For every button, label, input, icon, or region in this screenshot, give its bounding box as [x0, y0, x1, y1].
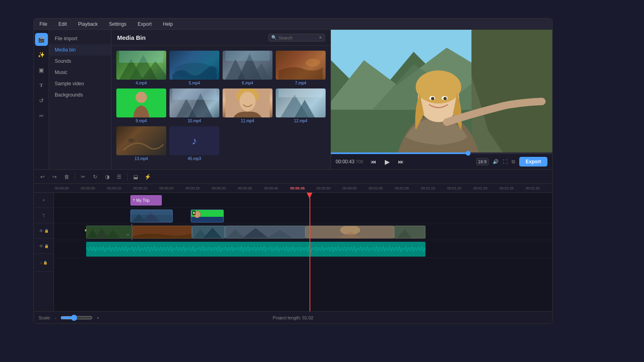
redo-btn[interactable]: ↪: [49, 171, 60, 182]
media-bin-title: Media Bin: [117, 34, 146, 41]
svg-point-27: [128, 138, 134, 142]
icon-sidebar: 🎬 ✨ ▣ T ↺ ✂: [34, 30, 49, 169]
undo-btn[interactable]: ↩: [37, 171, 47, 182]
track-lock-icon[interactable]: 🔒: [44, 229, 49, 233]
media-label-11mp4: 11.mp4: [241, 119, 254, 123]
media-thumb-7mp4[interactable]: 7.mp4: [276, 51, 326, 85]
nav-sample-video[interactable]: Sample video: [49, 78, 111, 89]
cut-btn[interactable]: ✂: [78, 171, 88, 182]
cut-point: ✂: [126, 233, 130, 237]
overlay-clip-1[interactable]: [130, 210, 173, 222]
menu-edit[interactable]: Edit: [56, 21, 69, 28]
delete-btn[interactable]: 🗑: [61, 171, 72, 182]
sidebar-text-btn[interactable]: T: [35, 79, 48, 92]
ruler-mark-6: 00:00:30: [211, 186, 237, 190]
media-thumb-4mp4[interactable]: 4.mp4: [116, 51, 166, 85]
timeline-ruler: 00:00:00 00:00:05 00:00:10 00:00:15 00:0…: [34, 184, 552, 193]
nav-music[interactable]: Music: [49, 67, 111, 78]
main-clip-mountains[interactable]: [225, 226, 305, 239]
nav-sounds[interactable]: Sounds: [49, 56, 111, 67]
rotate-btn[interactable]: ↻: [90, 171, 100, 182]
svg-rect-25: [279, 88, 323, 97]
sidebar-transitions-btn[interactable]: ▣: [35, 64, 48, 76]
preview-progress-bar[interactable]: [331, 152, 552, 154]
nav-file-import[interactable]: File import: [49, 33, 111, 44]
tracks-content[interactable]: T My Trip: [54, 193, 552, 311]
toolbar-divider-2: [127, 173, 128, 180]
play-pause-btn[interactable]: ▶: [382, 157, 392, 167]
audio-lock-icon[interactable]: 🔒: [43, 261, 47, 265]
color-btn[interactable]: ◑: [102, 171, 112, 182]
main-clip-lake[interactable]: [192, 226, 225, 239]
main-clip-desert[interactable]: [132, 226, 192, 239]
menu-file[interactable]: File: [37, 21, 50, 28]
scale-slider[interactable]: [60, 315, 93, 321]
svg-rect-11: [225, 51, 270, 61]
nav-media-bin[interactable]: Media bin: [49, 44, 111, 56]
ruler-mark-7: 00:00:35: [237, 186, 263, 190]
media-thumb-11mp4[interactable]: 11.mp4: [223, 88, 272, 123]
search-icon: 🔍: [271, 35, 277, 40]
menu-help[interactable]: Help: [161, 21, 175, 28]
aspect-ratio-select[interactable]: 16:9: [476, 158, 489, 165]
toolbar-divider-1: [74, 173, 75, 180]
align-btn[interactable]: ☰: [114, 171, 124, 182]
menu-playback[interactable]: Playback: [76, 21, 100, 28]
title-clip[interactable]: T My Trip: [130, 195, 162, 206]
main-clip-forest[interactable]: [86, 226, 132, 239]
export-button[interactable]: Export: [519, 157, 547, 167]
zoom-in-icon[interactable]: +: [97, 315, 99, 320]
main-track: ★ ✂: [54, 224, 552, 240]
media-thumb-5mp4[interactable]: 5.mp4: [169, 51, 219, 85]
zoom-out-icon[interactable]: -: [55, 315, 57, 320]
playback-step-back-btn[interactable]: ⏮: [369, 157, 378, 167]
speed-btn[interactable]: ⚡: [142, 171, 153, 182]
menu-settings[interactable]: Settings: [107, 21, 129, 28]
track-main-eye-icon[interactable]: 👁: [39, 244, 43, 249]
sidebar-media-btn[interactable]: 🎬: [35, 33, 48, 46]
track-eye-icon[interactable]: 👁: [39, 228, 43, 233]
overlay-clip-2[interactable]: ●: [191, 210, 224, 222]
sidebar-tools-btn[interactable]: ✂: [35, 109, 48, 122]
sidebar-history-btn[interactable]: ↺: [35, 94, 48, 107]
media-label-5mp4: 5.mp4: [189, 81, 200, 85]
track-control-title: T: [34, 208, 54, 223]
media-label-12mp4: 12.mp4: [294, 119, 307, 123]
fullscreen-icon[interactable]: ⛶: [503, 159, 508, 165]
add-track-btn[interactable]: +: [42, 197, 45, 203]
popout-icon[interactable]: ⧉: [512, 159, 515, 165]
track-title-icon: T: [42, 213, 45, 218]
transition-btn[interactable]: ⬓: [130, 171, 141, 182]
music-note-icon: ♪: [40, 260, 42, 265]
sidebar-effects-btn[interactable]: ✨: [35, 48, 48, 61]
preview-panel: 00:00:43 700 ⏮ ▶ ⏭ 16:9 🔊 ⛶ ⧉ Export: [331, 30, 552, 169]
main-clip-woman[interactable]: [305, 226, 394, 239]
menu-export[interactable]: Export: [135, 21, 154, 28]
preview-progress-handle[interactable]: [466, 151, 471, 156]
main-content: 🎬 ✨ ▣ T ↺ ✂ File import Media bin Sounds…: [34, 30, 552, 169]
search-clear-icon[interactable]: ✕: [319, 35, 322, 40]
media-thumb-6mp4[interactable]: 6.mp4: [223, 51, 272, 85]
search-input[interactable]: [279, 35, 317, 40]
track-control-main: 👁 🔒: [34, 239, 54, 254]
media-thumb-45mp3[interactable]: ♪ 45.mp3: [169, 126, 219, 161]
media-thumb-13mp4[interactable]: 13.mp4: [116, 126, 166, 161]
volume-icon[interactable]: 🔊: [493, 159, 499, 165]
track-main-lock-icon[interactable]: 🔒: [44, 244, 49, 248]
nav-backgrounds[interactable]: Backgrounds: [49, 89, 111, 101]
audio-waveform[interactable]: // This will be rendered as static SVG w…: [86, 242, 425, 257]
main-clip-short[interactable]: [394, 226, 425, 239]
playback-step-fwd-btn[interactable]: ⏭: [396, 157, 406, 167]
svg-point-13: [305, 59, 320, 67]
svg-point-21: [239, 92, 256, 111]
svg-rect-44: [131, 210, 173, 215]
search-box[interactable]: 🔍 ✕: [268, 34, 325, 41]
ruler-mark-15: 00:01:15: [446, 186, 473, 190]
svg-rect-18: [172, 88, 217, 100]
media-thumb-12mp4[interactable]: 12.mp4: [276, 88, 326, 123]
ruler-mark-0: 00:00:00: [54, 186, 80, 190]
ruler-mark-4: 00:00:20: [159, 186, 185, 190]
menu-bar: File Edit Playback Settings Export Help: [34, 19, 552, 30]
media-thumb-10mp4[interactable]: 10.mp4: [169, 88, 219, 123]
media-thumb-9mp4[interactable]: 9.mp4: [116, 88, 166, 123]
